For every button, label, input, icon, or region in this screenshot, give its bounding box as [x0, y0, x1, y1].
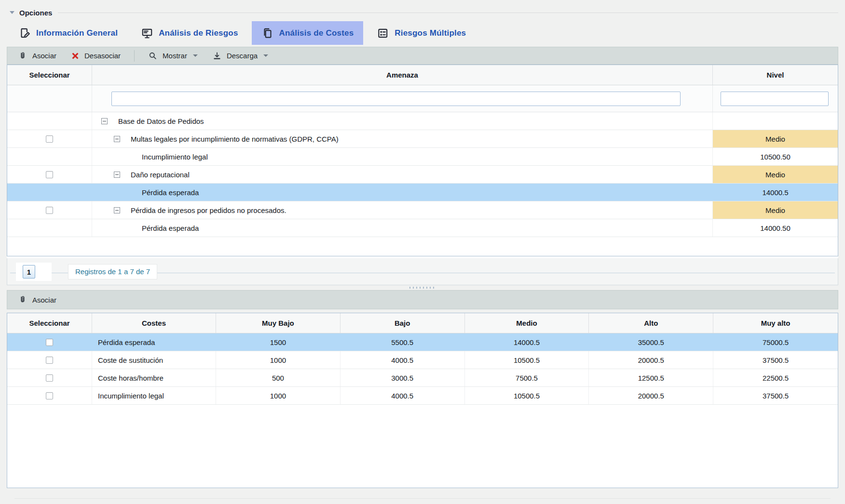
cost-value-cell: 1500 — [216, 333, 341, 351]
monitor-icon — [141, 27, 153, 40]
threats-table: Seleccionar Amenaza Nivel Base de Datos … — [7, 65, 838, 256]
column-header-nivel[interactable]: Nivel — [713, 65, 838, 85]
cost-value-cell: 37500.5 — [713, 387, 838, 404]
cost-value-cell: 3000.5 — [341, 369, 465, 386]
row-checkbox[interactable] — [46, 207, 53, 214]
select-cell — [7, 148, 92, 165]
costs-table-empty-area — [7, 405, 838, 488]
threat-row[interactable]: Base de Datos de Pedidos — [7, 112, 838, 130]
desasociar-button[interactable]: Desasociar — [66, 49, 125, 63]
select-cell — [7, 387, 92, 404]
tab-label: Análisis de Riesgos — [159, 28, 238, 38]
column-header-seleccionar: Seleccionar — [7, 65, 92, 85]
cost-row[interactable]: Incumplimiento legal10004000.510500.5200… — [7, 387, 838, 405]
column-header-muy-alto[interactable]: Muy alto — [713, 313, 838, 333]
cost-value-cell: 1000 — [216, 351, 341, 369]
threat-row[interactable]: Pérdida esperada14000.5 — [7, 184, 838, 201]
select-cell — [7, 184, 92, 201]
descarga-button[interactable]: Descarga — [207, 49, 273, 63]
tab-riesgos-multiples[interactable]: Riesgos Múltiples — [367, 21, 476, 45]
amenaza-cell: Incumplimiento legal — [92, 148, 713, 165]
mostrar-label: Mostrar — [163, 52, 187, 60]
collapse-minus-icon[interactable] — [114, 136, 120, 142]
row-checkbox[interactable] — [46, 135, 53, 143]
coste-label-cell: Incumplimiento legal — [92, 387, 216, 404]
nivel-cell: 14000.5 — [713, 184, 838, 201]
row-checkbox[interactable] — [46, 374, 53, 382]
download-icon — [212, 51, 222, 61]
row-checkbox[interactable] — [46, 339, 53, 346]
coste-label-cell: Pérdida esperada — [92, 333, 216, 351]
column-header-muy-bajo[interactable]: Muy Bajo — [216, 313, 341, 333]
threat-row[interactable]: Incumplimiento legal10500.50 — [7, 148, 838, 166]
amenaza-cell: Pérdida esperada — [92, 184, 713, 201]
row-checkbox[interactable] — [46, 392, 53, 399]
cost-value-cell: 10500.5 — [465, 351, 589, 369]
mostrar-button[interactable]: Mostrar — [143, 49, 203, 63]
desasociar-label: Desasociar — [84, 52, 121, 60]
cost-value-cell: 20000.5 — [589, 387, 713, 404]
column-header-medio[interactable]: Medio — [465, 313, 589, 333]
cost-value-cell: 75000.5 — [713, 333, 838, 351]
threat-row[interactable]: Pérdida de ingresos por pedidos no proce… — [7, 201, 838, 219]
asociar-button[interactable]: Asociar — [13, 292, 61, 307]
column-header-costes[interactable]: Costes — [92, 313, 216, 333]
paperclip-icon — [18, 294, 27, 305]
page-1-button[interactable]: 1 — [23, 265, 35, 279]
nivel-cell: Medio — [713, 201, 838, 219]
select-cell — [7, 166, 92, 183]
column-header-amenaza[interactable]: Amenaza — [92, 65, 713, 85]
column-header-bajo[interactable]: Bajo — [341, 313, 465, 333]
splitter-dots-icon — [409, 287, 436, 289]
cost-row[interactable]: Coste horas/hombre5003000.57500.512500.5… — [7, 369, 838, 387]
tab-label: Información General — [36, 28, 118, 38]
chevron-down-icon — [193, 54, 198, 57]
amenaza-filter-input[interactable] — [111, 92, 681, 106]
collapse-minus-icon[interactable] — [114, 172, 120, 178]
amenaza-cell: Pérdida esperada — [92, 219, 713, 237]
tab-bar: Información General Análisis de Riesgos … — [9, 21, 838, 45]
nivel-cell: Medio — [713, 130, 838, 147]
ballot-icon — [377, 27, 389, 40]
tab-analisis-de-costes[interactable]: Análisis de Costes — [252, 21, 364, 45]
nivel-filter-input[interactable] — [721, 92, 829, 106]
options-section-header: Opciones — [7, 7, 838, 18]
threats-filter-row — [7, 85, 838, 112]
note-edit-icon — [18, 27, 31, 40]
footer-divider — [14, 498, 831, 499]
asociar-button[interactable]: Asociar — [13, 49, 61, 63]
cost-row[interactable]: Pérdida esperada15005500.514000.535000.5… — [7, 333, 838, 351]
filter-cell-select — [7, 85, 92, 112]
paperclip-icon — [18, 51, 27, 61]
cost-value-cell: 4000.5 — [341, 387, 465, 404]
row-checkbox[interactable] — [46, 357, 53, 364]
asociar-label: Asociar — [32, 52, 56, 60]
threat-row[interactable]: Multas legales por incumplimiento de nor… — [7, 130, 838, 148]
cost-value-cell: 500 — [216, 369, 341, 386]
row-checkbox[interactable] — [46, 171, 53, 178]
costs-table-header: Seleccionar Costes Muy Bajo Bajo Medio A… — [7, 313, 838, 333]
threat-row[interactable]: Pérdida esperada14000.50 — [7, 219, 838, 237]
cost-row[interactable]: Coste de sustitución10004000.510500.5200… — [7, 351, 838, 369]
collapse-minus-icon[interactable] — [101, 118, 108, 124]
cost-value-cell: 37500.5 — [713, 351, 838, 369]
collapse-minus-icon[interactable] — [114, 207, 120, 213]
select-cell — [7, 219, 92, 237]
collapse-triangle-icon[interactable] — [10, 11, 14, 14]
cost-value-cell: 12500.5 — [589, 369, 713, 386]
cost-value-cell: 20000.5 — [589, 351, 713, 369]
threat-label: Incumplimiento legal — [142, 153, 208, 161]
cost-value-cell: 22500.5 — [713, 369, 838, 386]
column-header-alto[interactable]: Alto — [589, 313, 713, 333]
splitter-handle[interactable] — [7, 285, 838, 290]
toolbar-separator — [134, 50, 135, 62]
asociar-label: Asociar — [32, 296, 56, 304]
threat-label: Pérdida esperada — [142, 224, 199, 232]
costs-table-body: Pérdida esperada15005500.514000.535000.5… — [7, 333, 838, 405]
pager-buttons-area: 1 — [16, 263, 52, 281]
page-footer — [7, 498, 838, 504]
threat-row[interactable]: Daño reputacionalMedio — [7, 166, 838, 184]
chevron-down-icon — [263, 54, 268, 57]
tab-informacion-general[interactable]: Información General — [9, 21, 127, 45]
tab-analisis-de-riesgos[interactable]: Análisis de Riesgos — [131, 21, 247, 45]
